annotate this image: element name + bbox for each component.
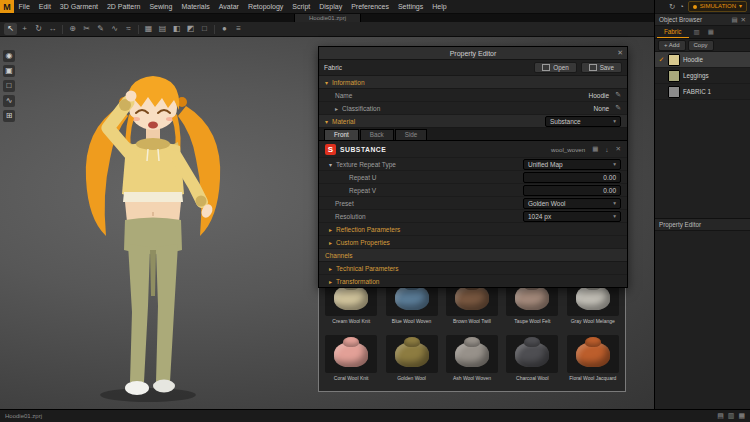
preset-dropdown[interactable]: Golden Wool ▾ (523, 198, 621, 209)
tab-front[interactable]: Front (324, 129, 359, 140)
tab-fabric[interactable]: Fabric (657, 26, 689, 38)
save-button-label: Save (600, 64, 614, 71)
show-grid-toggle-icon[interactable]: ⊞ (3, 110, 15, 122)
free-sewing-tool-icon[interactable]: ∿ (108, 23, 121, 35)
show-seams-toggle-icon[interactable]: ∿ (3, 95, 15, 107)
resolution-value: 1024 px (528, 213, 613, 220)
menu-item-materials[interactable]: Materials (177, 0, 214, 13)
section-custom-properties[interactable]: ▸ Custom Properties (319, 236, 627, 249)
mesh-display-toggle-icon[interactable]: ◩ (184, 23, 197, 35)
material-preset-label: Blue Wool Woven (383, 318, 441, 324)
repeat-v-input[interactable]: 0.00 (523, 185, 621, 196)
menu-item-help[interactable]: Help (428, 0, 451, 13)
view-options-menu-icon[interactable]: ≡ (232, 23, 245, 35)
tab-topstitch-icon[interactable]: ▦ (705, 28, 717, 36)
add-fabric-button[interactable]: + Add (658, 40, 686, 51)
expander-closed-icon: ▸ (329, 226, 332, 233)
hoodie-shape (395, 285, 429, 310)
hoodie-shape (455, 285, 489, 310)
pan-view-tool-icon[interactable]: ↔ (46, 23, 59, 35)
scissors-tool-icon[interactable]: ✂ (80, 23, 93, 35)
select-move-tool-icon[interactable]: ↖ (4, 23, 17, 35)
tab-button-icon[interactable]: ▥ (691, 28, 703, 36)
menu-item-file[interactable]: File (14, 0, 34, 13)
section-channels[interactable]: Channels (319, 249, 627, 262)
property-editor-header[interactable]: Property Editor ✕ (319, 47, 627, 60)
remove-icon[interactable]: ✕ (616, 145, 621, 153)
save-icon (589, 64, 597, 71)
fabric-list-item[interactable]: ✓ FABRIC 1 (655, 84, 750, 100)
expander-closed-icon[interactable]: ▸ (335, 105, 338, 112)
edit-icon[interactable]: ✎ (615, 91, 621, 99)
show-garment-toggle-icon[interactable]: ▣ (3, 65, 15, 77)
menu-item-settings[interactable]: Settings (393, 0, 427, 13)
fabric-list-item[interactable]: ✓ Hoodie (655, 52, 750, 68)
repeat-u-input[interactable]: 0.00 (523, 172, 621, 183)
section-information[interactable]: ▾ Information (319, 76, 627, 89)
expander-open-icon: ▾ (325, 79, 328, 86)
material-preset[interactable]: Charcoal Wool (502, 333, 562, 390)
material-type-dropdown[interactable]: Substance ▾ (545, 116, 621, 127)
tab-back[interactable]: Back (360, 129, 394, 140)
section-technical-parameters[interactable]: ▸ Technical Parameters (319, 262, 627, 275)
section-material[interactable]: ▾ Material Substance ▾ (319, 115, 627, 128)
open-button[interactable]: Open (534, 62, 576, 73)
panel-close-icon[interactable]: ✕ (741, 16, 746, 24)
show-avatar-toggle-icon[interactable]: ◉ (3, 50, 15, 62)
menu-item-3d-garment[interactable]: 3D Garment (55, 0, 102, 13)
document-tab[interactable]: Hoodie01.zprj (294, 13, 361, 22)
show-pattern-toggle-icon[interactable]: □ (3, 80, 15, 92)
menu-item-retopology[interactable]: Retopology (243, 0, 287, 13)
pattern-outline-toggle-icon[interactable]: □ (198, 23, 211, 35)
object-browser-header[interactable]: Object Browser ▤ ✕ (655, 14, 750, 26)
texture-repeat-dropdown[interactable]: Unified Map ▾ (523, 159, 621, 170)
name-row: Name Hoodie ✎ (319, 89, 627, 102)
edit-icon[interactable]: ✎ (615, 104, 621, 112)
sidebar-property-editor-title: Property Editor (659, 221, 701, 228)
arrangement-points-toggle-icon[interactable]: ▤ (156, 23, 169, 35)
edit-sewing-tool-icon[interactable]: ✎ (94, 23, 107, 35)
hoodie-shape (334, 342, 368, 367)
import-icon[interactable]: ↓ (605, 146, 608, 153)
menu-item-display[interactable]: Display (315, 0, 347, 13)
resolution-dropdown[interactable]: 1024 px ▾ (523, 211, 621, 222)
transform-gizmo-tool-icon[interactable]: + (18, 23, 31, 35)
panel-menu-icon[interactable]: ▤ (731, 16, 737, 24)
layout-grid-icon[interactable]: ▤ (717, 412, 724, 420)
menu-item-2d-pattern[interactable]: 2D Pattern (102, 0, 144, 13)
material-preset[interactable]: Floral Wool Jacquard (563, 333, 623, 390)
material-preset[interactable]: Golden Wool (381, 333, 441, 390)
texture-icon[interactable]: ▦ (592, 145, 598, 153)
menu-item-script[interactable]: Script (288, 0, 315, 13)
fabric-list-item[interactable]: ✓ Leggings (655, 68, 750, 84)
repeat-u-value: 0.00 (528, 174, 616, 181)
tab-side[interactable]: Side (395, 129, 428, 140)
save-button[interactable]: Save (581, 62, 622, 73)
copy-fabric-button[interactable]: Copy (688, 40, 714, 51)
account-icon[interactable]: ◔ (679, 2, 684, 11)
show-grid-toggle-icon[interactable]: ▦ (142, 23, 155, 35)
material-preset[interactable]: Coral Wool Knit (321, 333, 381, 390)
section-transformation[interactable]: ▸ Transformation (319, 275, 627, 287)
selected-check-icon: ✓ (658, 56, 665, 64)
segment-sewing-tool-icon[interactable]: ≈ (122, 23, 135, 35)
simulation-button[interactable]: SIMULATION ▾ (688, 1, 747, 12)
zoom-tool-icon[interactable]: ⊕ (66, 23, 79, 35)
half-symmetry-toggle-icon[interactable]: ◧ (170, 23, 183, 35)
layout-split-icon[interactable]: ▥ (728, 412, 735, 420)
menu-item-preferences[interactable]: Preferences (347, 0, 394, 13)
menu-item-edit[interactable]: Edit (34, 0, 55, 13)
expander-open-icon[interactable]: ▾ (329, 161, 332, 168)
simulate-button-icon[interactable]: ● (218, 23, 231, 35)
layout-full-icon[interactable]: ▦ (738, 412, 745, 420)
sync-icon[interactable]: ↻ (669, 2, 675, 11)
rotate-view-tool-icon[interactable]: ↻ (32, 23, 45, 35)
close-icon[interactable]: ✕ (617, 47, 623, 59)
property-editor-title: Property Editor (450, 50, 497, 57)
section-reflection-parameters[interactable]: ▸ Reflection Parameters (319, 223, 627, 236)
sidebar-property-editor-header[interactable]: Property Editor (655, 218, 750, 231)
menu-item-sewing[interactable]: Sewing (145, 0, 177, 13)
menu-item-avatar[interactable]: Avatar (214, 0, 243, 13)
material-preset[interactable]: Ash Wool Woven (442, 333, 502, 390)
marvelous-designer-window: M File Edit 3D Garment 2D Pattern Sewing… (0, 0, 750, 422)
